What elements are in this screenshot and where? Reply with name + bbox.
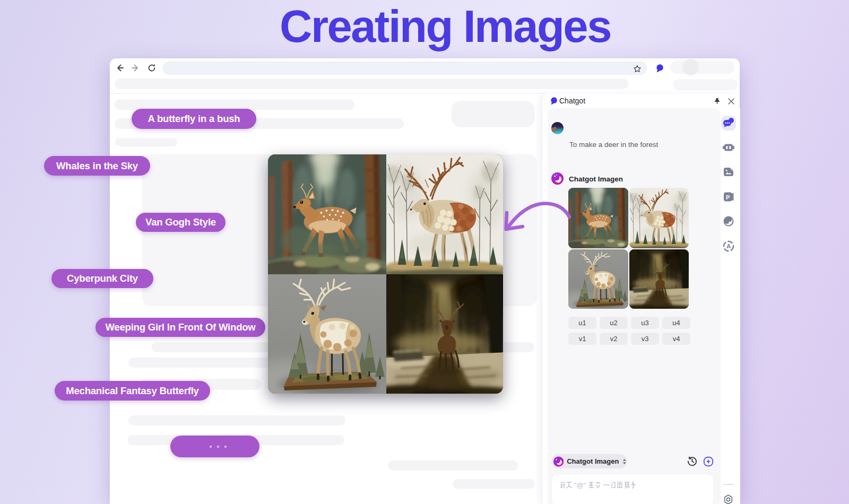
svg-text:P: P [726,194,730,201]
svg-text:A: A [726,243,731,249]
svg-text:"@": "@" [574,481,586,489]
